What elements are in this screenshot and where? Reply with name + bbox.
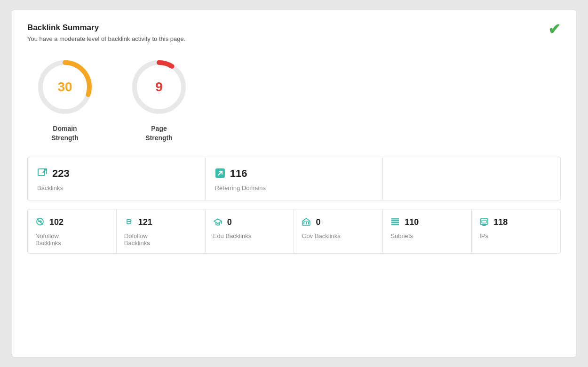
nofollow-icon: [35, 217, 45, 228]
dofollow-number: 121: [138, 217, 152, 227]
subnets-stat[interactable]: 110 Subnets: [383, 209, 472, 253]
backlink-summary-card: ✔ Backlink Summary You have a moderate l…: [12, 9, 576, 358]
edu-number: 0: [227, 217, 232, 227]
edu-stat-top: 0: [213, 217, 232, 228]
backlinks-stat[interactable]: 223 Backlinks: [28, 157, 206, 200]
backlinks-stat-top: 223: [37, 168, 70, 180]
arrow-up-right-icon: [215, 168, 225, 180]
ips-stat-top: 118: [479, 217, 508, 228]
ips-stat[interactable]: 118 IPs: [472, 209, 560, 253]
subnets-label: Subnets: [390, 232, 413, 239]
svg-line-7: [37, 219, 43, 224]
svg-rect-14: [391, 220, 399, 222]
domain-strength-label: DomainStrength: [51, 124, 79, 143]
edu-icon: [213, 217, 222, 228]
external-link-icon: [37, 168, 48, 180]
svg-rect-18: [482, 220, 486, 223]
nofollow-stat-top: 102: [35, 217, 64, 228]
svg-rect-10: [303, 222, 304, 224]
gov-stat-top: 0: [302, 217, 320, 228]
secondary-stats-row: 102 NofollowBacklinks 121 DofollowBackli…: [27, 209, 561, 254]
gauges-row: 30 DomainStrength 9 PageStrength: [27, 56, 561, 143]
ips-label: IPs: [479, 232, 488, 239]
gov-number: 0: [316, 217, 320, 227]
dofollow-stat-top: 121: [124, 217, 152, 228]
gov-icon: [302, 217, 311, 228]
domain-strength-value: 30: [57, 80, 72, 95]
nofollow-label: NofollowBacklinks: [35, 232, 61, 247]
page-strength-gauge-wrap: 9: [128, 56, 190, 118]
page-strength-value: 9: [155, 80, 163, 95]
svg-rect-13: [391, 218, 399, 220]
svg-rect-12: [308, 222, 309, 224]
referring-domains-number: 116: [230, 168, 247, 180]
domain-strength-gauge-wrap: 30: [34, 56, 95, 118]
main-stats-row: 223 Backlinks 116 Referring Domains: [27, 157, 561, 200]
svg-rect-16: [391, 224, 399, 225]
gov-backlinks-stat[interactable]: 0 Gov Backlinks: [294, 209, 383, 253]
nofollow-number: 102: [49, 217, 64, 227]
subnets-stat-top: 110: [390, 217, 419, 228]
check-icon: ✔: [548, 20, 561, 38]
domain-strength-gauge: 30 DomainStrength: [27, 56, 103, 143]
ips-number: 118: [493, 217, 508, 227]
empty-stat: [383, 157, 560, 200]
subnets-number: 110: [405, 217, 419, 227]
referring-domains-stat-top: 116: [215, 168, 247, 180]
page-strength-label: PageStrength: [145, 124, 173, 143]
backlinks-number: 223: [52, 168, 70, 180]
referring-domains-label: Referring Domains: [215, 184, 266, 191]
nofollow-backlinks-stat[interactable]: 102 NofollowBacklinks: [28, 209, 117, 253]
dofollow-backlinks-stat[interactable]: 121 DofollowBacklinks: [117, 209, 206, 253]
page-subtitle: You have a moderate level of backlink ac…: [27, 35, 561, 42]
page-strength-gauge: 9 PageStrength: [121, 56, 197, 143]
edu-label: Edu Backlinks: [213, 232, 252, 239]
svg-rect-11: [306, 222, 307, 224]
backlinks-label: Backlinks: [37, 184, 63, 191]
dofollow-icon: [124, 217, 134, 228]
svg-rect-15: [391, 222, 399, 223]
ips-icon: [479, 217, 489, 228]
referring-domains-stat[interactable]: 116 Referring Domains: [206, 157, 383, 200]
subnets-icon: [390, 217, 400, 228]
dofollow-label: DofollowBacklinks: [124, 232, 150, 247]
page-title: Backlink Summary: [27, 23, 561, 32]
edu-backlinks-stat[interactable]: 0 Edu Backlinks: [206, 209, 294, 253]
gov-label: Gov Backlinks: [302, 232, 340, 239]
